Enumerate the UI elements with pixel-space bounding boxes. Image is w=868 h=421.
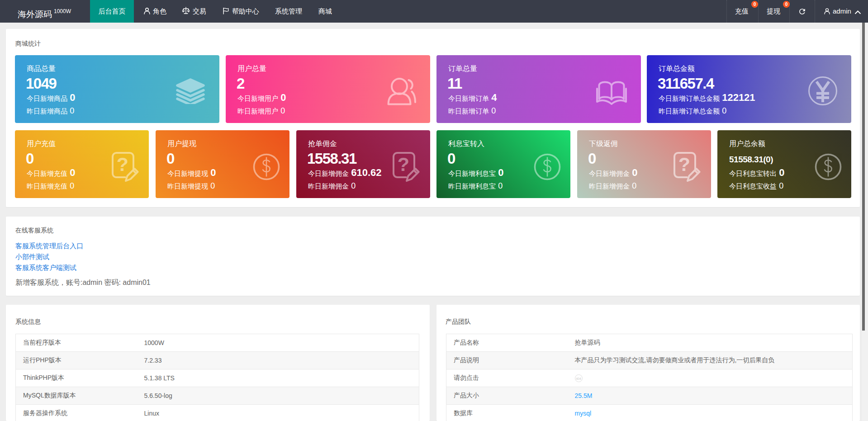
svg-text:?: ?	[117, 153, 128, 175]
svg-text:?: ?	[678, 153, 690, 175]
svg-text:?: ?	[398, 153, 409, 175]
